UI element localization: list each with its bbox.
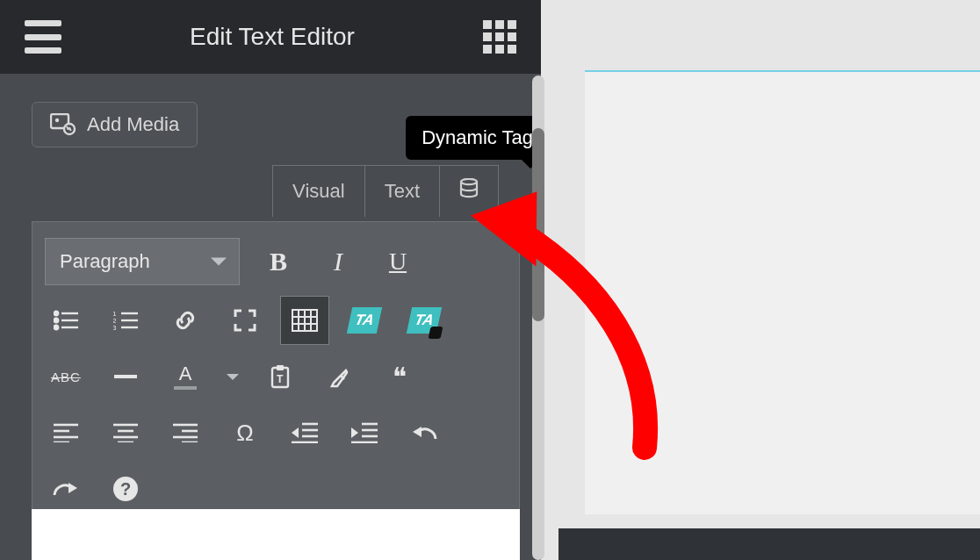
svg-point-3: [461, 179, 477, 184]
add-media-label: Add Media: [87, 113, 179, 136]
panel-scrollbar[interactable]: [532, 75, 544, 560]
tab-dynamic-tags[interactable]: [440, 166, 498, 217]
horizontal-rule-button[interactable]: [101, 352, 150, 401]
align-right-button[interactable]: [161, 408, 210, 457]
outdent-button[interactable]: [280, 408, 329, 457]
preview-canvas: [558, 0, 980, 560]
align-center-button[interactable]: [101, 408, 150, 457]
svg-rect-22: [114, 375, 137, 378]
svg-rect-24: [277, 365, 284, 370]
svg-marker-49: [68, 483, 77, 493]
editor-content-area[interactable]: [32, 509, 520, 560]
toolbar-toggle-button[interactable]: [280, 296, 329, 345]
svg-point-1: [55, 118, 59, 122]
svg-point-5: [54, 319, 58, 322]
help-button[interactable]: ?: [101, 464, 150, 513]
canvas-section[interactable]: [585, 70, 980, 514]
strikethrough-button[interactable]: ABC: [41, 352, 90, 401]
svg-point-4: [54, 312, 58, 315]
panel-title: Edit Text Editor: [61, 23, 483, 51]
tab-visual[interactable]: Visual: [273, 166, 365, 217]
fullscreen-button[interactable]: [220, 296, 270, 345]
paste-text-button[interactable]: T: [256, 352, 305, 401]
ta-button[interactable]: TA: [340, 296, 389, 345]
clear-formatting-button[interactable]: [315, 352, 364, 401]
italic-button[interactable]: I: [313, 237, 363, 286]
svg-marker-42: [292, 427, 299, 438]
panel-header: Edit Text Editor: [0, 0, 541, 74]
media-icon: [50, 113, 76, 136]
svg-text:T: T: [277, 373, 284, 385]
undo-button[interactable]: [400, 408, 449, 457]
widgets-grid-icon[interactable]: [483, 20, 516, 54]
indent-button[interactable]: [340, 408, 389, 457]
link-button[interactable]: [161, 296, 210, 345]
underline-button[interactable]: U: [373, 237, 422, 286]
special-character-button[interactable]: Ω: [220, 408, 270, 457]
editor-panel: Edit Text Editor Dynamic Tags Add Media …: [0, 0, 541, 560]
svg-marker-47: [351, 427, 358, 438]
add-media-button[interactable]: Add Media: [32, 102, 198, 147]
tab-text[interactable]: Text: [365, 166, 440, 217]
editor-tabs: Visual Text: [272, 165, 499, 217]
menu-icon[interactable]: [25, 20, 61, 54]
database-icon: [459, 178, 479, 205]
panel-content: Dynamic Tags Add Media Visual Text Parag…: [0, 74, 541, 560]
dynamic-tags-tooltip: Dynamic Tags: [406, 116, 541, 160]
canvas-footer-bar: [558, 528, 980, 560]
scrollbar-thumb[interactable]: [532, 128, 544, 321]
blockquote-button[interactable]: ❝: [375, 352, 424, 401]
text-color-button[interactable]: A: [161, 352, 210, 401]
redo-button[interactable]: [41, 464, 90, 513]
paragraph-format-select[interactable]: Paragraph: [45, 238, 240, 285]
align-left-button[interactable]: [41, 408, 90, 457]
chevron-down-icon: [211, 258, 227, 266]
svg-text:3: 3: [113, 324, 117, 331]
bold-button[interactable]: B: [254, 237, 303, 286]
svg-point-6: [54, 326, 58, 329]
svg-marker-48: [413, 427, 422, 437]
numbered-list-button[interactable]: 123: [101, 296, 150, 345]
bullet-list-button[interactable]: [41, 296, 90, 345]
text-color-chevron[interactable]: [220, 352, 245, 401]
ta-add-button[interactable]: TA: [400, 296, 449, 345]
